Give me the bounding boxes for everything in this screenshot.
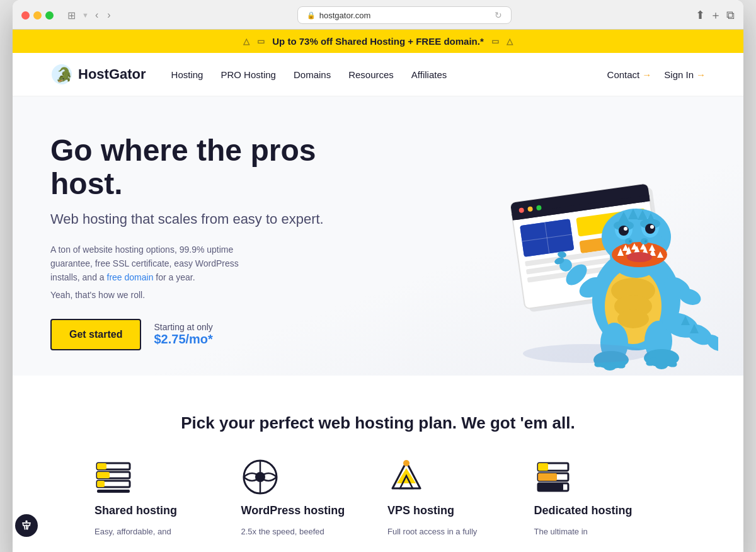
browser-actions: ⬆ ＋ ⧉ (696, 8, 735, 23)
svg-rect-77 (97, 463, 106, 469)
banner-text: Up to 73% off Shared Hosting + FREE doma… (272, 36, 483, 47)
svg-rect-81 (97, 481, 105, 487)
sidebar-toggle-button[interactable]: ⊞ (65, 8, 78, 23)
browser-window: ⊞ ▼ ‹ › 🔒 hostgator.com ↻ ⬆ ＋ ⧉ △ ▭ Up t… (13, 0, 743, 552)
banner-deco-4: △ (507, 37, 513, 46)
browser-controls: ⊞ ▼ ‹ › (65, 8, 113, 23)
hero-illustration (454, 111, 718, 376)
hero-cta: Get started Starting at only $2.75/mo* (50, 319, 353, 350)
plan-card-vps[interactable]: VPS hosting Full root access in a fully (387, 458, 515, 538)
banner-deco-3: ▭ (491, 37, 499, 46)
svg-point-49 (619, 226, 629, 236)
logo-text: HostGator (78, 66, 146, 83)
plans-section: Pick your perfect web hosting plan. We g… (13, 376, 743, 552)
gator-illustration (454, 111, 718, 376)
accessibility-icon (20, 519, 33, 532)
wordpress-hosting-name: WordPress hosting (241, 503, 369, 518)
minimize-button[interactable] (33, 11, 42, 20)
dedicated-hosting-desc: The ultimate in (534, 526, 662, 538)
svg-rect-93 (538, 473, 557, 481)
svg-point-96 (25, 520, 27, 522)
browser-chrome: ⊞ ▼ ‹ › 🔒 hostgator.com ↻ ⬆ ＋ ⧉ (13, 0, 743, 30)
svg-rect-91 (538, 463, 548, 471)
hero-description: A ton of website hosting options, 99.9% … (50, 243, 265, 285)
nav-resources[interactable]: Resources (348, 69, 394, 80)
hero-price-block: Starting at only $2.75/mo* (154, 322, 212, 347)
svg-point-56 (644, 240, 647, 243)
hero-subtitle: Web hosting that scales from easy to exp… (50, 211, 353, 227)
nav-domains[interactable]: Domains (294, 69, 331, 80)
svg-rect-82 (97, 490, 130, 493)
vps-hosting-desc: Full root access in a fully (387, 526, 515, 538)
site-content: △ ▭ Up to 73% off Shared Hosting + FREE … (13, 30, 743, 552)
nav-hosting[interactable]: Hosting (171, 69, 203, 80)
maximize-button[interactable] (45, 11, 54, 20)
hero-tagline: Yeah, that's how we roll. (50, 290, 353, 300)
address-bar-container: 🔒 hostgator.com ↻ (120, 6, 689, 24)
shared-hosting-desc: Easy, affordable, and (94, 526, 222, 538)
shared-hosting-name: Shared hosting (94, 503, 222, 518)
signin-link[interactable]: Sign In→ (664, 69, 706, 80)
price-label: Starting at only (154, 322, 212, 332)
close-button[interactable] (21, 11, 30, 20)
svg-text:🐊: 🐊 (55, 66, 73, 83)
svg-point-89 (403, 460, 410, 466)
svg-point-55 (629, 240, 631, 243)
plans-grid: Shared hosting Easy, affordable, and (94, 458, 662, 538)
nav-actions: Contact→ Sign In→ (607, 69, 706, 80)
plan-card-shared[interactable]: Shared hosting Easy, affordable, and (94, 458, 222, 538)
get-started-button[interactable]: Get started (50, 319, 141, 350)
logo-icon: 🐊 (50, 63, 73, 86)
banner-deco-1: △ (243, 37, 249, 46)
hero-content: Go where the pros host. Web hosting that… (50, 134, 353, 350)
svg-point-50 (645, 224, 655, 234)
tabs-button[interactable]: ⧉ (726, 8, 735, 23)
svg-point-44 (627, 252, 652, 262)
shared-hosting-icon (94, 458, 132, 496)
forward-button[interactable]: › (105, 8, 113, 22)
wordpress-hosting-icon (241, 458, 279, 496)
svg-rect-95 (538, 483, 563, 491)
price-amount: $2.75/mo* (154, 332, 212, 347)
plans-section-title: Pick your perfect web hosting plan. We g… (50, 413, 706, 433)
hero-title: Go where the pros host. (50, 134, 353, 201)
traffic-lights (21, 11, 54, 20)
svg-point-22 (617, 309, 649, 328)
navbar: 🐊 HostGator Hosting PRO Hosting Domains … (13, 53, 743, 96)
lock-icon: 🔒 (307, 11, 316, 20)
plan-card-dedicated[interactable]: Dedicated hosting The ultimate in (534, 458, 662, 538)
logo-link[interactable]: 🐊 HostGator (50, 63, 146, 86)
svg-point-51 (624, 227, 627, 231)
new-tab-button[interactable]: ＋ (710, 8, 721, 23)
dedicated-hosting-icon (534, 458, 572, 496)
contact-arrow-icon: → (642, 69, 651, 80)
nav-pro-hosting[interactable]: PRO Hosting (220, 69, 276, 80)
address-bar[interactable]: 🔒 hostgator.com ↻ (297, 6, 512, 24)
promo-banner[interactable]: △ ▭ Up to 73% off Shared Hosting + FREE … (13, 30, 743, 53)
svg-rect-79 (97, 472, 110, 478)
gator-shadow (523, 344, 649, 363)
back-button[interactable]: ‹ (93, 8, 101, 22)
free-domain-link[interactable]: free domain (107, 272, 156, 282)
banner-deco-2: ▭ (257, 37, 265, 46)
svg-point-52 (650, 225, 654, 229)
url-display: hostgator.com (319, 11, 371, 20)
nav-links: Hosting PRO Hosting Domains Resources Af… (171, 69, 607, 80)
nav-affiliates[interactable]: Affiliates (411, 69, 447, 80)
signin-arrow-icon: → (696, 69, 706, 80)
reload-icon[interactable]: ↻ (495, 10, 502, 20)
contact-link[interactable]: Contact→ (607, 69, 652, 80)
plan-card-wordpress[interactable]: WordPress hosting 2.5x the speed, beefed (241, 458, 369, 538)
accessibility-button[interactable] (15, 514, 38, 537)
dedicated-hosting-name: Dedicated hosting (534, 503, 662, 518)
vps-hosting-icon (387, 458, 425, 496)
hero-section: Go where the pros host. Web hosting that… (13, 96, 743, 376)
share-button[interactable]: ⬆ (696, 8, 705, 23)
wordpress-hosting-desc: 2.5x the speed, beefed (241, 526, 369, 538)
vps-hosting-name: VPS hosting (387, 503, 515, 518)
